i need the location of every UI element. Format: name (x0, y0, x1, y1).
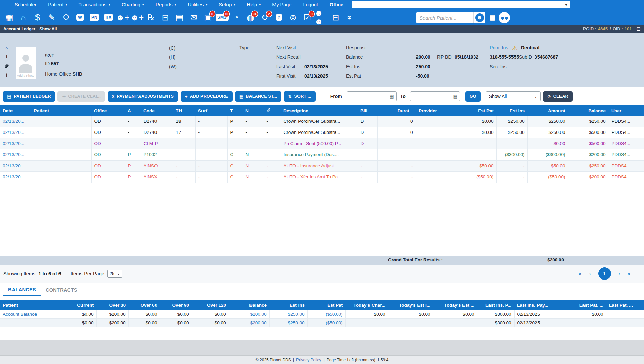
cell: OD (91, 138, 125, 149)
table-row[interactable]: 02/13/20...OD-D274018-P--Crown Porcln/Ce… (0, 116, 644, 127)
cell: $250.00 (568, 116, 609, 127)
cell: 02/13/2025 (514, 310, 558, 319)
to-date-input[interactable]: ▦ (410, 91, 460, 101)
patient-sync-icon[interactable]: ↻2 (258, 11, 272, 23)
patient-group-icon[interactable]: ☻☻ (314, 11, 329, 23)
menu-item-help[interactable]: Help▾ (241, 2, 266, 7)
prev-page-button[interactable]: ‹ (589, 271, 591, 277)
menu-item-scheduler[interactable]: Scheduler (9, 2, 42, 7)
calendar-icon[interactable]: ▦ (390, 94, 394, 99)
table-row[interactable]: 02/13/20...ODPP1002--CN-Insurance Paymen… (0, 149, 644, 160)
add-responsible-party-icon[interactable]: ☻+ (130, 11, 144, 23)
column-header: Last Pat. ... (606, 300, 644, 310)
table-row[interactable]: Account Balance$0.00$200.00$0.00$0.00$0.… (0, 310, 644, 319)
cell (388, 319, 433, 327)
patient-photo-placeholder[interactable]: Add a Photo (16, 47, 36, 79)
column-header: Durat... (377, 105, 416, 116)
cell (31, 127, 91, 138)
add-icon[interactable]: + (4, 72, 10, 79)
menu-item-reports[interactable]: Reports▾ (150, 2, 182, 7)
eligibility-icon[interactable]: ☑0 (300, 11, 314, 23)
family-search-icon[interactable]: ☻☻ (499, 12, 510, 23)
search-input[interactable] (416, 13, 473, 22)
scheduler-icon[interactable]: ▦ (2, 11, 16, 23)
office-select[interactable]: ▼ (352, 1, 570, 8)
patient-id-row: ID 557 (45, 61, 59, 66)
clear-button[interactable]: ⊘CLEAR (543, 91, 573, 102)
est-ins-value: 250.00 (416, 64, 430, 69)
patient-notes-icon[interactable]: PN (87, 11, 101, 23)
cell: $300.00 (477, 319, 514, 327)
mail-icon[interactable]: ✉ (187, 11, 201, 23)
menu-item-patient[interactable]: Patient▾ (42, 2, 73, 7)
collapse-panel-icon[interactable]: ⌃ (4, 46, 10, 52)
show-filter-select[interactable]: Show All ⌄ (486, 91, 541, 101)
cell: P (227, 116, 243, 127)
balance-statement-button[interactable]: ▦BALANCE ST... (235, 91, 282, 102)
cell: - (264, 138, 281, 149)
menu-item-my-page[interactable]: My Page (266, 2, 297, 7)
prim-ins-link[interactable]: Prim. Ins (490, 45, 508, 50)
tab-balances[interactable]: BALANCES (3, 287, 41, 296)
print-queue-icon[interactable]: ⊟ (329, 11, 343, 23)
last-page-button[interactable]: » (627, 271, 630, 277)
help-icon[interactable]: ? (272, 11, 286, 23)
last-visit-value: 02/13/2025 (304, 64, 328, 69)
restorative-chart-icon[interactable]: Ω (59, 11, 73, 23)
home-icon[interactable]: ⌂ (16, 11, 30, 23)
payments-adjustments-button[interactable]: $PAYMENTS/ADJUSTMENTS (108, 91, 178, 102)
fax-icon[interactable]: ▤ (172, 11, 187, 23)
table-row[interactable]: 02/13/20...ODPAINSO--CN-AUTO - Insurance… (0, 160, 644, 171)
info-icon[interactable]: i (4, 54, 10, 60)
collapse-toolbar-icon[interactable]: » (343, 11, 357, 23)
to-date-field[interactable] (412, 94, 453, 99)
prescriptions-icon[interactable]: ℞ (144, 11, 158, 23)
table-row[interactable]: 02/13/20...OD-D274017-P--Crown Porcln/Ce… (0, 127, 644, 138)
documents-icon[interactable]: ⊟ (158, 11, 172, 23)
phone-home-label: (H) (169, 54, 175, 60)
add-patient-icon[interactable]: ☻+ (116, 11, 130, 23)
sms-icon[interactable]: SMS0 (215, 11, 229, 23)
column-header: Today's Est ... (433, 300, 477, 310)
patient-ledger-button[interactable]: ▤PATIENT LEDGER (3, 91, 55, 102)
time-clock-icon[interactable]: ◔ (229, 11, 243, 23)
showing-items-range: 1 to 6 of 6 (38, 271, 61, 276)
menu-item-transactions[interactable]: Transactions▾ (73, 2, 116, 7)
cell: $0.00 (71, 319, 96, 327)
chat-icon[interactable]: ▣0 (201, 11, 215, 23)
go-button[interactable]: GO (465, 91, 481, 102)
current-page-button[interactable]: 1 (598, 267, 611, 280)
web-claims-icon[interactable]: ⊚ (286, 11, 300, 23)
payments-icon[interactable]: $ (30, 11, 45, 23)
print-icon[interactable]: ⊟ (636, 26, 641, 32)
from-date-field[interactable] (349, 94, 390, 99)
menu-item-setup[interactable]: Setup▾ (213, 2, 241, 7)
treatment-plan-icon[interactable]: TX (101, 11, 116, 23)
cell (416, 138, 459, 149)
add-procedure-button[interactable]: +ADD PROCEDURE (181, 91, 233, 102)
items-per-page-select[interactable]: 25 ⌄ (107, 270, 122, 278)
calendar-icon[interactable]: ▦ (453, 94, 458, 99)
cell: ($50.00) (527, 171, 568, 183)
online-patients-icon[interactable]: ◍9+ (243, 11, 258, 23)
tab-contracts[interactable]: CONTRACTS (41, 287, 82, 296)
table-row[interactable]: 02/13/20...OD-CLM-P-----Pri Claim - Sent… (0, 138, 644, 149)
menu-item-logout[interactable]: Logout (297, 2, 324, 7)
search-patient-button[interactable]: ☻ (473, 12, 485, 23)
perio-chart-icon[interactable]: W (73, 11, 87, 23)
menu-item-charting[interactable]: Charting▾ (116, 2, 150, 7)
next-page-button[interactable]: › (618, 271, 620, 277)
progress-notes-icon[interactable]: ✎ (45, 11, 59, 23)
privacy-policy-link[interactable]: Privacy Policy (296, 358, 321, 362)
table-row[interactable]: $0.00$200.00$0.00$0.00$0.00$200.00$250.0… (0, 319, 644, 327)
sort-button[interactable]: ⇅SORT ... (284, 91, 315, 102)
balances-table-section: PatientCurrentOver 30Over 60Over 90Over … (0, 296, 644, 328)
paperclip-icon[interactable] (4, 63, 10, 69)
table-row[interactable]: 02/13/20...ODPAINSX--CN-AUTO - Xfer Ins … (0, 171, 644, 183)
first-page-button[interactable]: « (579, 271, 582, 277)
search-scope-checkbox[interactable] (490, 15, 495, 21)
menu-item-utilities[interactable]: Utilities▾ (182, 2, 213, 7)
from-date-input[interactable]: ▦ (347, 91, 397, 101)
create-claim-button[interactable]: ✛CREATE CLAI... (57, 91, 105, 102)
cell: - (377, 171, 416, 183)
